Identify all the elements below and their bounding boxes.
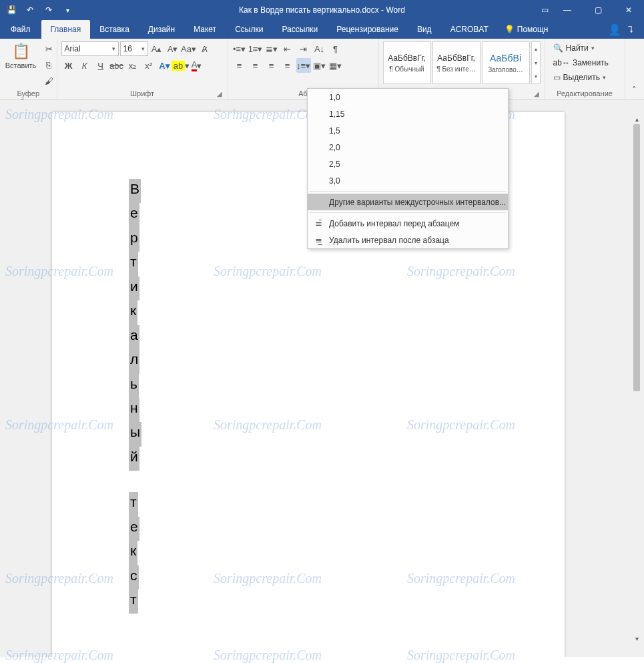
close-button[interactable]: ✕ [613,0,644,20]
selected-character[interactable]: н [129,398,139,422]
bold-button[interactable]: Ж [61,58,76,73]
copy-button[interactable]: ⎘ [41,57,56,72]
styles-gallery: АаБбВвГг, ¶ Обычный АаБбВвГг, ¶ Без инте… [383,41,541,84]
find-button[interactable]: 🔍 Найти▾ [549,41,613,55]
add-space-before-paragraph[interactable]: ≡̄ Добавить интервал перед абзацем [308,215,508,232]
selected-character[interactable]: к [129,300,137,324]
share-button[interactable]: ⮧ [627,25,635,34]
collapse-ribbon-button[interactable]: ˄ [628,82,641,97]
document-title: Как в Ворде писать вертикально.docx - Wo… [239,5,405,15]
scrollbar-thumb[interactable] [633,124,640,391]
bullets-button[interactable]: •≡▾ [232,41,247,56]
menu-separator [309,191,507,192]
font-color-button[interactable]: A▾ [190,58,204,73]
selected-character[interactable]: т [129,590,138,614]
decrease-font-button[interactable]: A▾ [166,41,180,56]
superscript-button[interactable]: x² [141,58,156,73]
tab-file[interactable]: Файл [0,20,41,39]
cut-button[interactable]: ✂ [41,41,56,56]
styles-dialog-launcher[interactable]: ◢ [533,90,541,98]
line-spacing-option[interactable]: 2,5 [308,156,508,172]
line-spacing-more-options[interactable]: Другие варианты междустрочных интервалов… [308,194,508,210]
tab-home[interactable]: Главная [41,20,91,39]
select-button[interactable]: ▭ Выделить▾ [549,71,613,84]
selected-character[interactable]: т [129,252,138,276]
italic-button[interactable]: К [77,58,92,73]
increase-indent-button[interactable]: ⇥ [296,41,311,56]
tab-design[interactable]: Дизайн [139,20,184,39]
undo-button[interactable]: ↶ [21,2,39,18]
tell-me-search[interactable]: 💡 Помощн [498,20,555,39]
selected-character[interactable]: й [129,447,139,471]
selected-character[interactable]: т [129,492,138,516]
align-left-button[interactable]: ≡ [232,58,247,73]
shading-button[interactable]: ▣▾ [312,58,327,73]
subscript-button[interactable]: x₂ [125,58,140,73]
line-spacing-option[interactable]: 1,5 [308,122,508,139]
sort-button[interactable]: A↓ [312,41,327,56]
selected-character[interactable]: ы [129,422,141,446]
font-dialog-launcher[interactable]: ◢ [216,90,224,98]
line-spacing-option[interactable]: 1,15 [308,105,508,122]
selected-character[interactable]: а [129,325,139,349]
tab-view[interactable]: Вид [408,20,441,39]
style-normal[interactable]: АаБбВвГг, ¶ Обычный [383,41,431,84]
selected-character[interactable]: е [129,517,139,541]
remove-space-after-paragraph[interactable]: ≡̲ Удалить интервал после абзаца [308,232,508,248]
borders-button[interactable]: ▦▾ [328,58,343,73]
selected-character[interactable]: л [129,349,139,373]
vertical-scrollbar[interactable]: ▴ ▾ [632,114,641,644]
document-content[interactable]: Вертикальныйтекст [129,179,141,614]
text-effects-button[interactable]: A▾ [157,58,172,73]
decrease-indent-button[interactable]: ⇤ [280,41,295,56]
line-spacing-option[interactable]: 3,0 [308,172,508,189]
minimize-button[interactable]: — [552,0,583,20]
line-spacing-option[interactable]: 2,0 [308,139,508,156]
tab-insert[interactable]: Вставка [90,20,139,39]
save-button[interactable]: 💾 [3,2,20,18]
selected-character[interactable]: р [129,228,139,252]
tab-mailings[interactable]: Рассылки [272,20,327,39]
selected-character[interactable]: к [129,541,137,565]
format-painter-button[interactable]: 🖌 [41,73,56,88]
highlight-color-button[interactable]: ab▾ [174,58,188,73]
style-heading-1[interactable]: АаБбВі Заголово… [482,41,530,84]
style-no-spacing[interactable]: АаБбВвГг, ¶ Без инте… [432,41,480,84]
maximize-button[interactable]: ▢ [583,0,613,20]
numbering-button[interactable]: 1≡▾ [248,41,263,56]
strikethrough-button[interactable]: abc [109,58,124,73]
align-right-button[interactable]: ≡ [264,58,279,73]
clear-formatting-button[interactable]: A̷ [198,41,212,56]
increase-font-button[interactable]: A▴ [149,41,164,56]
selected-character[interactable]: ь [129,374,139,398]
underline-button[interactable]: Ч [93,58,108,73]
user-icon[interactable]: 👤 [608,23,621,36]
scroll-down-button[interactable]: ▾ [632,633,641,644]
tab-acrobat[interactable]: ACROBAT [441,20,498,39]
group-clipboard: 📋 Вставить ✂ ⎘ 🖌 Буфер обме… ◢ [0,39,57,99]
find-icon: 🔍 [553,43,563,53]
line-spacing-button[interactable]: ↕≡▾ [296,58,311,73]
redo-button[interactable]: ↷ [40,2,57,18]
scroll-up-button[interactable]: ▴ [632,114,641,124]
styles-gallery-more[interactable]: ▴▾▾ [531,41,541,84]
tab-review[interactable]: Рецензирование [327,20,408,39]
show-paragraph-marks-button[interactable]: ¶ [328,41,343,56]
selected-character[interactable]: и [129,276,139,300]
selected-character[interactable]: е [129,203,139,227]
titlebar: 💾 ↶ ↷ ▾ Как в Ворде писать вертикально.d… [0,0,644,20]
change-case-button[interactable]: Aa▾ [182,41,196,56]
font-size-combo[interactable]: 16▾ [120,41,148,56]
font-name-combo[interactable]: Arial▾ [61,41,119,56]
selected-character[interactable]: с [129,566,139,590]
justify-button[interactable]: ≡ [280,58,295,73]
replace-button[interactable]: ab↔ Заменить [549,56,613,69]
multilevel-list-button[interactable]: ≣▾ [264,41,279,56]
line-spacing-option[interactable]: 1,0 [308,89,508,105]
tab-layout[interactable]: Макет [184,20,226,39]
align-center-button[interactable]: ≡ [248,58,263,73]
selected-character[interactable]: В [129,179,141,203]
paste-button[interactable]: 📋 Вставить [4,41,37,71]
qat-customize[interactable]: ▾ [59,2,76,18]
tab-references[interactable]: Ссылки [226,20,272,39]
